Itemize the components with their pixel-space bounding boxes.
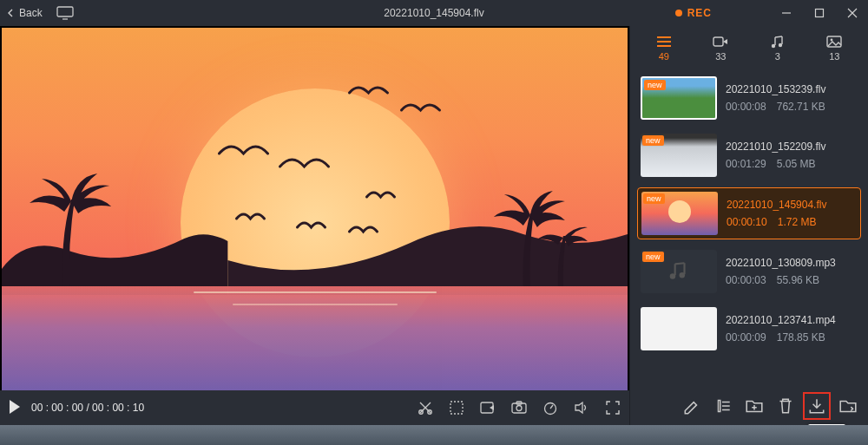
import-icon[interactable] — [807, 396, 826, 416]
window-controls — [776, 3, 863, 23]
recording-duration: 00:00:09 — [726, 331, 766, 344]
recording-duration: 00:00:10 — [727, 216, 767, 228]
recording-size: 5.05 MB — [777, 158, 816, 170]
rename-icon[interactable] — [682, 396, 701, 416]
play-button[interactable] — [9, 400, 21, 416]
queue-icon[interactable] — [713, 396, 733, 416]
display-icon[interactable] — [56, 6, 74, 20]
titlebar: Back 20221010_145904.flv REC — [0, 0, 868, 26]
trim-icon[interactable] — [418, 400, 433, 416]
rec-button[interactable]: REC — [675, 7, 712, 19]
recording-duration: 00:00:03 — [726, 274, 766, 286]
desktop-background — [0, 425, 868, 445]
recording-thumbnail: new — [641, 192, 718, 235]
recording-item[interactable]: new20221010_130809.mp300:00:0355.96 KB — [637, 246, 861, 297]
palms-illustration — [2, 147, 628, 295]
svg-point-15 — [670, 273, 676, 279]
recording-size: 55.96 KB — [777, 274, 819, 286]
svg-point-11 — [772, 44, 775, 48]
svg-rect-0 — [57, 7, 73, 16]
minimize-button[interactable] — [776, 3, 797, 23]
recording-item[interactable]: 20221010_123741.mp400:00:09178.85 KB — [637, 304, 861, 354]
recording-item[interactable]: new20221010_145904.flv00:00:101.72 MB — [637, 187, 861, 239]
new-badge: new — [644, 80, 666, 90]
svg-point-12 — [779, 43, 782, 47]
recording-thumbnail — [641, 307, 717, 350]
video-column: 00 : 00 : 00 / 00 : 00 : 10 — [0, 26, 629, 425]
snapshot-icon[interactable] — [511, 400, 527, 416]
recording-size: 178.85 KB — [777, 331, 825, 344]
recording-item[interactable]: new20221010_152209.flv00:01:295.05 MB — [637, 130, 861, 180]
new-badge: new — [642, 252, 664, 262]
maximize-button[interactable] — [809, 3, 830, 23]
filter-tabs: 49 33 3 13 — [630, 26, 868, 68]
close-button[interactable] — [842, 3, 863, 23]
timecode: 00 : 00 : 00 / 00 : 00 : 10 — [31, 402, 144, 414]
recording-duration: 00:01:29 — [726, 158, 766, 170]
recording-duration: 00:00:08 — [726, 101, 766, 113]
chevron-left-icon — [7, 9, 16, 17]
recording-item[interactable]: new20221010_153239.flv00:00:08762.71 KB — [637, 73, 861, 123]
folder-open-icon[interactable] — [838, 396, 858, 416]
tab-audio[interactable]: 3 — [758, 36, 798, 62]
rec-dot-icon — [675, 10, 682, 16]
recording-thumbnail: new — [641, 76, 717, 120]
sidebar-tools — [630, 387, 868, 425]
recording-filename: 20221010_153239.flv — [726, 83, 825, 95]
recording-filename: 20221010_145904.flv — [727, 199, 826, 211]
tab-video[interactable]: 33 — [700, 36, 740, 62]
recordings-sidebar: 49 33 3 13 new20221010_153239.flv00:00:0… — [629, 26, 868, 425]
new-badge: new — [643, 193, 665, 204]
recording-meta: 20221010_152209.flv00:01:295.05 MB — [726, 141, 825, 170]
recordings-list: new20221010_153239.flv00:00:08762.71 KBn… — [630, 68, 868, 387]
speed-icon[interactable] — [542, 400, 558, 416]
fullscreen-icon[interactable] — [605, 400, 621, 416]
back-button[interactable]: Back — [7, 7, 43, 19]
delete-icon[interactable] — [776, 396, 795, 416]
new-badge: new — [642, 135, 664, 146]
folder-add-icon[interactable] — [745, 396, 764, 416]
video-preview[interactable] — [2, 28, 628, 390]
recording-meta: 20221010_130809.mp300:00:0355.96 KB — [726, 257, 836, 286]
recording-meta: 20221010_153239.flv00:00:08762.71 KB — [726, 83, 825, 113]
recording-thumbnail: new — [641, 134, 717, 177]
svg-rect-4 — [450, 402, 463, 414]
recording-size: 762.71 KB — [777, 101, 825, 113]
crop-icon[interactable] — [449, 400, 464, 416]
music-icon — [770, 36, 786, 49]
recording-thumbnail: new — [641, 250, 717, 293]
image-icon — [826, 36, 842, 49]
svg-point-14 — [831, 39, 833, 42]
recording-size: 1.72 MB — [778, 216, 817, 228]
recording-filename: 20221010_130809.mp3 — [726, 257, 836, 269]
recording-meta: 20221010_123741.mp400:00:09178.85 KB — [726, 314, 836, 344]
back-label: Back — [19, 7, 43, 19]
tab-all[interactable]: 49 — [644, 36, 684, 62]
svg-point-7 — [516, 406, 522, 411]
player-controls: 00 : 00 : 00 / 00 : 00 : 10 — [0, 390, 629, 425]
recording-meta: 20221010_145904.flv00:00:101.72 MB — [727, 199, 826, 228]
video-icon — [713, 36, 728, 49]
volume-icon[interactable] — [574, 400, 589, 416]
tab-image[interactable]: 13 — [814, 36, 854, 62]
svg-rect-1 — [816, 10, 824, 17]
svg-rect-10 — [713, 37, 723, 46]
svg-point-16 — [680, 272, 686, 278]
current-filename: 20221010_145904.flv — [260, 7, 608, 19]
recording-filename: 20221010_152209.flv — [726, 141, 825, 153]
list-icon — [656, 36, 672, 49]
rec-label: REC — [687, 7, 712, 19]
export-icon[interactable] — [480, 400, 496, 416]
recording-filename: 20221010_123741.mp4 — [726, 314, 836, 326]
